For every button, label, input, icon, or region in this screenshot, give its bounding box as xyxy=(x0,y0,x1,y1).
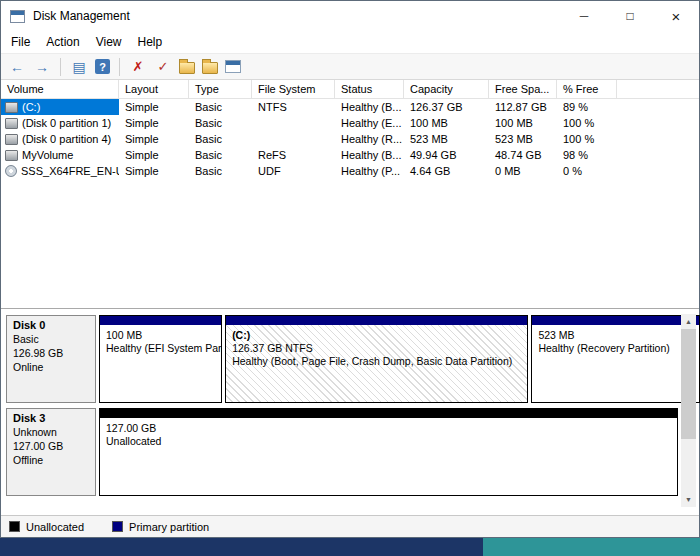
capacity-cell: 523 MB xyxy=(404,131,489,147)
column-header-volume[interactable]: Volume xyxy=(1,80,119,98)
disk-state: Online xyxy=(13,360,89,374)
scrollbar-thumb[interactable] xyxy=(681,329,696,439)
unallocated-swatch xyxy=(9,521,20,532)
table-row-install-media[interactable]: SSS_X64FRE_EN-U... Simple Basic UDF Heal… xyxy=(1,163,699,179)
table-row-myvolume[interactable]: MyVolume Simple Basic ReFS Healthy (B...… xyxy=(1,147,699,163)
percent-free-cell: 100 % xyxy=(557,115,617,131)
help-icon[interactable]: ? xyxy=(95,59,110,74)
delete-volume-icon[interactable]: ✗ xyxy=(129,58,147,76)
folder-up-icon[interactable] xyxy=(202,62,218,74)
column-header-free-space[interactable]: Free Spa... xyxy=(489,80,557,98)
percent-free-cell: 98 % xyxy=(557,147,617,163)
back-icon[interactable]: ← xyxy=(8,58,26,76)
partition-size: 523 MB xyxy=(538,329,692,342)
column-header-status[interactable]: Status xyxy=(335,80,404,98)
partition-efi[interactable]: 100 MB Healthy (EFI System Partition) xyxy=(99,315,222,403)
column-header-type[interactable]: Type xyxy=(189,80,252,98)
layout-cell: Simple xyxy=(119,115,189,131)
capacity-cell: 49.94 GB xyxy=(404,147,489,163)
close-button[interactable]: × xyxy=(653,1,699,31)
taskbar-item[interactable] xyxy=(483,538,700,556)
partition-c-drive[interactable]: (C:) 126.37 GB NTFS Healthy (Boot, Page … xyxy=(225,315,528,403)
capacity-cell: 126.37 GB xyxy=(404,99,489,115)
disk-3-row: Disk 3 Unknown 127.00 GB Offline 127.00 … xyxy=(6,408,678,496)
free-space-cell: 112.87 GB xyxy=(489,99,557,115)
minimize-button[interactable]: ─ xyxy=(561,1,607,31)
free-space-cell: 48.74 GB xyxy=(489,147,557,163)
percent-free-cell: 0 % xyxy=(557,163,617,179)
layout-cell: Simple xyxy=(119,99,189,115)
disk-3-header[interactable]: Disk 3 Unknown 127.00 GB Offline xyxy=(6,408,96,496)
partition-status: Healthy (Boot, Page File, Crash Dump, Ba… xyxy=(232,355,521,368)
forward-icon[interactable]: → xyxy=(33,58,51,76)
type-cell: Basic xyxy=(189,147,252,163)
folder-icon[interactable] xyxy=(179,62,195,74)
table-row-partition-1[interactable]: (Disk 0 partition 1) Simple Basic Health… xyxy=(1,115,699,131)
console-tree-icon[interactable]: ▤ xyxy=(70,58,88,76)
screen: Disk Management ─ □ × File Action View H… xyxy=(0,0,700,556)
checkmark-icon[interactable]: ✓ xyxy=(154,58,172,76)
partition-status: Healthy (Recovery Partition) xyxy=(538,342,692,355)
partition-status: Unallocated xyxy=(106,435,671,448)
unallocated-region[interactable]: 127.00 GB Unallocated xyxy=(99,408,678,496)
file-system-cell xyxy=(252,115,335,131)
partition-size: 127.00 GB xyxy=(106,422,671,435)
toolbar-separator xyxy=(119,58,120,76)
volume-icon xyxy=(5,134,18,145)
volume-name-cell: (Disk 0 partition 4) xyxy=(1,131,119,147)
free-space-cell: 0 MB xyxy=(489,163,557,179)
volume-name: SSS_X64FRE_EN-U... xyxy=(21,163,119,179)
unallocated-strip xyxy=(100,409,677,418)
column-header-percent-free[interactable]: % Free xyxy=(557,80,617,98)
disk-name: Disk 0 xyxy=(13,319,89,331)
partition-title: (C:) xyxy=(232,329,521,342)
column-header-layout[interactable]: Layout xyxy=(119,80,189,98)
maximize-button[interactable]: □ xyxy=(607,1,653,31)
scroll-up-icon[interactable]: ▲ xyxy=(681,314,696,329)
disk-0-header[interactable]: Disk 0 Basic 126.98 GB Online xyxy=(6,315,96,403)
disk-kind: Basic xyxy=(13,332,89,346)
volume-list: Volume Layout Type File System Status Ca… xyxy=(1,80,699,309)
partition-body: 100 MB Healthy (EFI System Partition) xyxy=(100,325,221,402)
menu-help[interactable]: Help xyxy=(130,33,171,51)
menu-view[interactable]: View xyxy=(88,33,130,51)
capacity-cell: 4.64 GB xyxy=(404,163,489,179)
volume-name-cell: MyVolume xyxy=(1,147,119,163)
scroll-down-icon[interactable]: ▼ xyxy=(681,492,696,507)
percent-free-cell: 100 % xyxy=(557,131,617,147)
layout-cell: Simple xyxy=(119,131,189,147)
volume-icon xyxy=(5,150,18,161)
type-cell: Basic xyxy=(189,163,252,179)
column-header-filler xyxy=(617,80,699,98)
layout-cell: Simple xyxy=(119,163,189,179)
disk-size: 126.98 GB xyxy=(13,346,89,360)
table-row-c-drive[interactable]: (C:) Simple Basic NTFS Healthy (B... 126… xyxy=(1,99,699,115)
menu-file[interactable]: File xyxy=(3,33,38,51)
legend-bar: Unallocated Primary partition xyxy=(1,515,699,537)
partition-body: 523 MB Healthy (Recovery Partition) xyxy=(532,325,698,402)
menu-action[interactable]: Action xyxy=(38,33,87,51)
file-system-cell: ReFS xyxy=(252,147,335,163)
column-header-file-system[interactable]: File System xyxy=(252,80,335,98)
volume-name-cell: (C:) xyxy=(1,99,119,115)
status-cell: Healthy (P... xyxy=(335,163,404,179)
column-header-capacity[interactable]: Capacity xyxy=(404,80,489,98)
graphical-view: Disk 0 Basic 126.98 GB Online 100 MB Hea… xyxy=(1,309,699,515)
volume-icon xyxy=(5,118,18,129)
scrollbar-track[interactable] xyxy=(681,439,696,492)
disk-management-icon xyxy=(10,10,25,23)
percent-free-cell: 89 % xyxy=(557,99,617,115)
status-cell: Healthy (E... xyxy=(335,115,404,131)
vertical-scrollbar[interactable]: ▲ ▼ xyxy=(681,314,696,507)
layout-cell: Simple xyxy=(119,147,189,163)
file-system-cell: NTFS xyxy=(252,99,335,115)
disk-management-window: Disk Management ─ □ × File Action View H… xyxy=(0,0,700,538)
partition-recovery[interactable]: 523 MB Healthy (Recovery Partition) xyxy=(531,315,699,403)
table-row-partition-4[interactable]: (Disk 0 partition 4) Simple Basic Health… xyxy=(1,131,699,147)
free-space-cell: 100 MB xyxy=(489,115,557,131)
toolbar-separator xyxy=(60,58,61,76)
taskbar xyxy=(0,538,700,556)
window-pane-icon[interactable] xyxy=(225,60,241,73)
free-space-cell: 523 MB xyxy=(489,131,557,147)
primary-partition-strip xyxy=(226,316,527,325)
